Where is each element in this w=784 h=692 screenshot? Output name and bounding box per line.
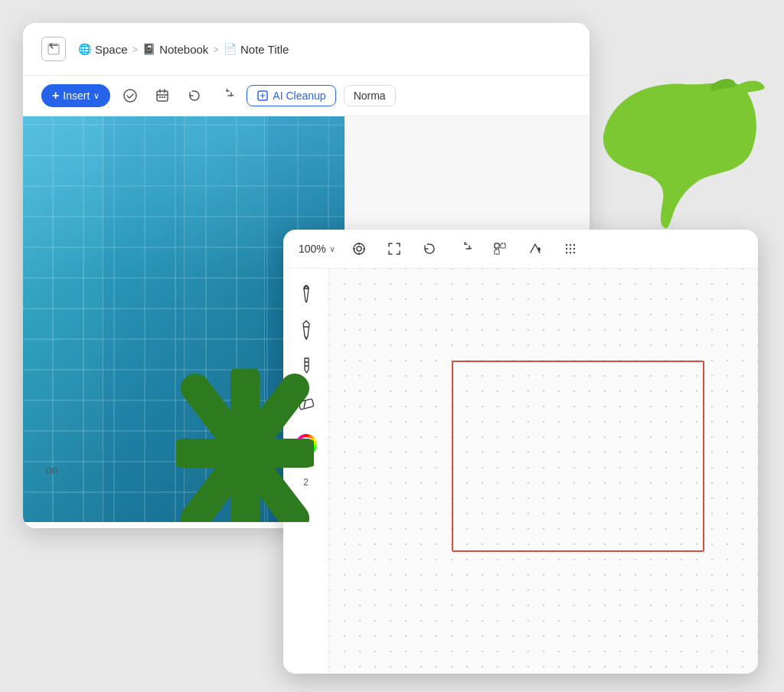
normal-label: Norma <box>354 90 386 102</box>
dot-canvas[interactable] <box>329 269 758 673</box>
note-header: 🌐 Space > 📓 Notebook > 📄 Note Title <box>23 23 590 76</box>
note-toolbar: + Insert ∨ <box>23 76 590 116</box>
ai-cleanup-label: AI Cleanup <box>273 90 325 102</box>
fullscreen-button[interactable] <box>383 237 406 260</box>
svg-point-7 <box>354 243 364 254</box>
breadcrumb-sep-1: > <box>132 44 139 55</box>
object-select-button[interactable] <box>488 237 511 260</box>
breadcrumb-sep-2: > <box>213 44 219 55</box>
svg-point-21 <box>573 248 575 250</box>
note-title-label: Note Title <box>240 43 289 56</box>
svg-rect-4 <box>162 96 163 98</box>
draw-undo-button[interactable] <box>418 237 441 260</box>
svg-point-22 <box>566 252 567 253</box>
svg-rect-13 <box>495 243 499 248</box>
svg-rect-15 <box>495 250 499 254</box>
grid-button[interactable] <box>559 237 582 260</box>
svg-rect-5 <box>164 96 165 98</box>
drawn-rectangle <box>452 361 704 552</box>
drawing-area: 2 <box>283 269 758 673</box>
breadcrumb-space[interactable]: 🌐 Space <box>78 43 128 56</box>
insert-label: Insert <box>63 90 90 102</box>
calendar-button[interactable] <box>150 83 175 108</box>
insert-button[interactable]: + Insert ∨ <box>41 84 110 107</box>
svg-point-19 <box>566 248 567 250</box>
svg-rect-14 <box>501 243 505 248</box>
breadcrumb: 🌐 Space > 📓 Notebook > 📄 Note Title <box>78 43 289 56</box>
svg-point-8 <box>357 246 361 251</box>
fill-button[interactable] <box>524 237 547 260</box>
ai-cleanup-button[interactable]: AI Cleanup <box>247 85 335 106</box>
plus-icon: + <box>52 89 59 103</box>
drawing-toolbar: 100% ∨ <box>283 230 758 269</box>
ai-icon <box>256 90 269 102</box>
svg-rect-2 <box>157 91 168 101</box>
svg-rect-3 <box>159 96 161 98</box>
svg-point-23 <box>570 252 571 253</box>
drawing-card: 100% ∨ <box>283 230 758 674</box>
zoom-control[interactable]: 100% ∨ <box>299 243 335 255</box>
svg-point-1 <box>124 90 136 102</box>
breadcrumb-notebook[interactable]: 📓 Notebook <box>142 43 208 56</box>
redo-button[interactable] <box>214 83 239 108</box>
zoom-chevron-icon: ∨ <box>329 244 335 254</box>
breadcrumb-note[interactable]: 📄 Note Title <box>224 43 289 56</box>
marker-tool[interactable] <box>291 315 322 345</box>
svg-point-17 <box>570 244 571 246</box>
insert-chevron-icon: ∨ <box>93 91 100 101</box>
svg-point-16 <box>566 244 567 246</box>
green-asterisk-shape <box>176 369 314 522</box>
content-text: on <box>46 464 58 476</box>
zoom-level: 100% <box>299 243 326 255</box>
svg-point-18 <box>573 244 575 246</box>
svg-point-24 <box>573 252 575 253</box>
notebook-label: Notebook <box>159 43 208 56</box>
target-button[interactable] <box>348 237 371 260</box>
svg-point-20 <box>570 248 571 250</box>
pen-tool[interactable] <box>291 278 322 308</box>
undo-button[interactable] <box>182 83 207 108</box>
check-button[interactable] <box>118 83 142 108</box>
draw-redo-button[interactable] <box>453 237 476 260</box>
nav-back-icon[interactable] <box>41 37 66 61</box>
green-fox-shape <box>600 77 769 230</box>
text-style-dropdown[interactable]: Norma <box>344 85 396 106</box>
space-label: Space <box>95 43 128 56</box>
